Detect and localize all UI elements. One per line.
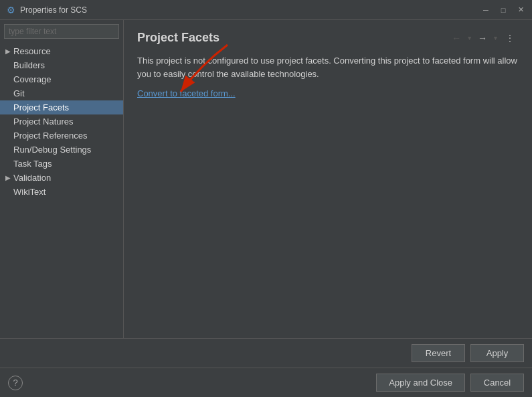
help-button[interactable]: ? [8, 376, 23, 390]
panel-nav-controls: ← ▼ → ▼ ⋮ [449, 31, 519, 45]
main-container: ▶ Resource Builders Coverage Git Project… [0, 20, 532, 397]
maximize-button[interactable]: □ [497, 4, 509, 16]
sidebar-item-label: WikiText [13, 187, 46, 197]
filter-input[interactable] [4, 24, 119, 39]
sidebar-item-label: Run/Debug Settings [13, 145, 91, 155]
sidebar-item-coverage[interactable]: Coverage [0, 72, 123, 86]
bottom-buttons: Apply and Close Cancel [376, 374, 524, 392]
sidebar: ▶ Resource Builders Coverage Git Project… [0, 20, 124, 338]
title-bar: ⚙ Properties for SCS ─ □ ✕ [0, 0, 532, 20]
apply-and-close-button[interactable]: Apply and Close [376, 374, 465, 392]
panel-menu-button[interactable]: ⋮ [501, 31, 519, 45]
sidebar-item-label: Builders [13, 60, 45, 70]
minimize-button[interactable]: ─ [480, 4, 492, 16]
sidebar-item-git[interactable]: Git [0, 86, 123, 100]
nav-back-dropdown[interactable]: ▼ [465, 33, 474, 43]
panel-description: This project is not configured to use pr… [137, 54, 519, 80]
sidebar-item-task-tags[interactable]: Task Tags [0, 157, 123, 171]
sidebar-item-label: Task Tags [13, 159, 52, 169]
sidebar-item-project-facets[interactable]: Project Facets [0, 100, 123, 114]
revert-button[interactable]: Revert [412, 344, 465, 362]
sidebar-item-label: Project References [13, 131, 88, 141]
sidebar-item-label: Git [13, 88, 25, 98]
convert-link[interactable]: Convert to faceted form... [137, 88, 236, 98]
right-panel: Project Facets ← ▼ → ▼ ⋮ This project is… [124, 20, 532, 338]
sidebar-item-label: Project Natures [13, 116, 74, 127]
nav-forward-button[interactable]: → [475, 31, 490, 45]
action-row-bottom: ? Apply and Close Cancel [0, 368, 532, 397]
cancel-button[interactable]: Cancel [470, 374, 524, 392]
convert-link-container: Convert to faceted form... [137, 88, 519, 112]
sidebar-item-wikitext[interactable]: WikiText [0, 185, 123, 199]
window-controls: ─ □ ✕ [480, 4, 527, 16]
content-area: ▶ Resource Builders Coverage Git Project… [0, 20, 532, 338]
sidebar-item-label: Coverage [13, 74, 51, 84]
nav-forward-dropdown[interactable]: ▼ [491, 33, 500, 43]
sidebar-item-builders[interactable]: Builders [0, 58, 123, 72]
sidebar-item-label: Resource [13, 46, 51, 56]
sidebar-item-run-debug-settings[interactable]: Run/Debug Settings [0, 143, 123, 157]
panel-header: Project Facets ← ▼ → ▼ ⋮ [137, 31, 519, 45]
app-icon: ⚙ [5, 5, 16, 15]
sidebar-item-project-natures[interactable]: Project Natures [0, 114, 123, 129]
panel-title: Project Facets [137, 31, 219, 45]
action-bar: Revert Apply ? Apply and Close Cancel [0, 338, 532, 397]
sidebar-item-label: Project Facets [13, 102, 69, 112]
sidebar-item-validation[interactable]: ▶ Validation [0, 171, 123, 185]
nav-list: ▶ Resource Builders Coverage Git Project… [0, 43, 123, 338]
window-title: Properties for SCS [20, 5, 480, 15]
expand-arrow-icon: ▶ [5, 48, 11, 55]
apply-button[interactable]: Apply [470, 344, 524, 362]
close-button[interactable]: ✕ [515, 4, 527, 16]
sidebar-item-resource[interactable]: ▶ Resource [0, 44, 123, 58]
sidebar-item-project-references[interactable]: Project References [0, 129, 123, 143]
action-row-top: Revert Apply [0, 339, 532, 368]
nav-back-button[interactable]: ← [449, 31, 464, 45]
expand-arrow-icon: ▶ [5, 174, 11, 181]
sidebar-item-label: Validation [13, 173, 51, 183]
